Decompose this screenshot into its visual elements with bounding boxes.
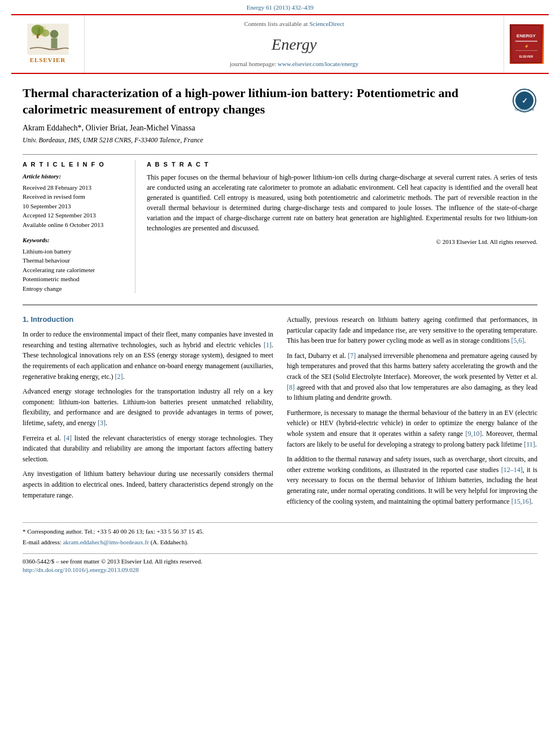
received-date-1: Received 28 February 2013 xyxy=(23,183,126,193)
crossmark-logo: ✓ CrossMark xyxy=(512,88,537,116)
keyword-4: Potentiometric method xyxy=(23,274,126,284)
abstract-column: A B S T R A C T This paper focuses on th… xyxy=(147,160,537,293)
email-line: E-mail address: akram.eddahech@ims-borde… xyxy=(23,538,537,547)
copyright: © 2013 Elsevier Ltd. All rights reserved… xyxy=(147,238,537,246)
elsevier-tree-icon xyxy=(25,24,71,55)
body-para-1: In order to reduce the environmental imp… xyxy=(23,329,273,382)
journal-center-header: Contents lists available at ScienceDirec… xyxy=(85,15,504,73)
svg-text:⚡: ⚡ xyxy=(524,44,529,49)
body-para-8: In addition to the thermal runaway and s… xyxy=(287,454,537,506)
body-left-column: 1. Introduction In order to reduce the e… xyxy=(23,314,273,511)
sciencedirect-link[interactable]: ScienceDirect xyxy=(309,20,344,27)
doi-link[interactable]: http://dx.doi.org/10.1016/j.energy.2013.… xyxy=(23,566,537,574)
energy-logo-container: ENERGY ⚡ ELSEVIER xyxy=(504,15,549,73)
body-right-column: Actually, previous research on lithium b… xyxy=(287,314,537,511)
journal-header: ELSEVIER Contents lists available at Sci… xyxy=(11,14,549,74)
svg-rect-4 xyxy=(51,38,57,49)
elsevier-logo: ELSEVIER xyxy=(25,24,71,64)
author-email[interactable]: akram.eddahech@ims-bordeaux.fr xyxy=(63,539,148,545)
keyword-1: Lithium-ion battery xyxy=(23,247,126,256)
svg-point-3 xyxy=(50,30,58,38)
body-para-5: Actually, previous research on lithium b… xyxy=(287,314,537,346)
svg-text:CrossMark: CrossMark xyxy=(515,107,534,111)
main-content: Thermal characterization of a high-power… xyxy=(0,74,560,586)
energy-logo: ENERGY ⚡ ELSEVIER xyxy=(510,24,544,64)
journal-homepage: journal homepage: www.elsevier.com/locat… xyxy=(230,60,358,68)
revised-label: Received in revised form xyxy=(23,192,126,202)
svg-text:✓: ✓ xyxy=(522,97,528,105)
elsevier-logo-container: ELSEVIER xyxy=(11,15,85,73)
elsevier-label: ELSEVIER xyxy=(30,56,66,64)
keywords-label: Keywords: xyxy=(23,236,126,244)
abstract-text: This paper focuses on the thermal behavi… xyxy=(147,172,537,233)
svg-text:ELSEVIER: ELSEVIER xyxy=(519,55,533,58)
journal-citation: Energy 61 (2013) 432–439 xyxy=(247,4,314,11)
svg-rect-7 xyxy=(36,34,38,38)
svg-text:ENERGY: ENERGY xyxy=(517,33,536,38)
body-section: 1. Introduction In order to reduce the e… xyxy=(23,314,537,511)
article-info-column: A R T I C L E I N F O Article history: R… xyxy=(23,160,135,293)
info-section: A R T I C L E I N F O Article history: R… xyxy=(23,154,537,293)
journal-homepage-link[interactable]: www.elsevier.com/locate/energy xyxy=(278,60,358,67)
keywords-section: Keywords: Lithium-ion battery Thermal be… xyxy=(23,236,126,293)
footer-section: * Corresponding author. Tel.: +33 5 40 0… xyxy=(23,522,537,575)
issn-line: 0360-5442/$ – see front matter © 2013 El… xyxy=(23,557,537,566)
sciencedirect-line: Contents lists available at ScienceDirec… xyxy=(244,20,344,28)
svg-rect-13 xyxy=(515,50,537,51)
article-title: Thermal characterization of a high-power… xyxy=(23,85,506,117)
body-para-6: In fact, Dubarry et al. [7] analysed irr… xyxy=(287,351,537,403)
corresponding-author-note: * Corresponding author. Tel.: +33 5 40 0… xyxy=(23,527,537,536)
available-date: Available online 6 October 2013 xyxy=(23,220,126,230)
abstract-title: A B S T R A C T xyxy=(147,160,537,169)
svg-rect-11 xyxy=(515,41,537,42)
affiliation: Univ. Bordeaux, IMS, UMR 5218 CNRS, F-33… xyxy=(23,136,537,145)
journal-title: Energy xyxy=(272,33,317,55)
received-date-2: 10 September 2013 xyxy=(23,202,126,211)
keyword-5: Entropy change xyxy=(23,284,126,294)
article-history-label: Article history: xyxy=(23,172,126,181)
authors: Akram Eddahech*, Olivier Briat, Jean-Mic… xyxy=(23,123,537,134)
article-title-section: Thermal characterization of a high-power… xyxy=(23,85,537,117)
body-para-7: Furthermore, is necessary to manage the … xyxy=(287,408,537,449)
article-info-title: A R T I C L E I N F O xyxy=(23,160,126,169)
body-para-3: Ferreira et al. [4] listed the relevant … xyxy=(23,433,273,465)
keyword-3: Accelerating rate calorimeter xyxy=(23,265,126,275)
section-divider xyxy=(23,304,537,305)
body-para-4: Any investigation of lithium battery beh… xyxy=(23,469,273,500)
page: Energy 61 (2013) 432–439 xyxy=(0,0,560,747)
svg-point-6 xyxy=(41,29,50,37)
keyword-2: Thermal behaviour xyxy=(23,256,126,265)
accepted-date: Accepted 12 September 2013 xyxy=(23,211,126,220)
section-1-heading: 1. Introduction xyxy=(23,314,273,325)
body-para-2: Advanced energy storage technologies for… xyxy=(23,386,273,428)
journal-bar: Energy 61 (2013) 432–439 xyxy=(0,0,560,14)
